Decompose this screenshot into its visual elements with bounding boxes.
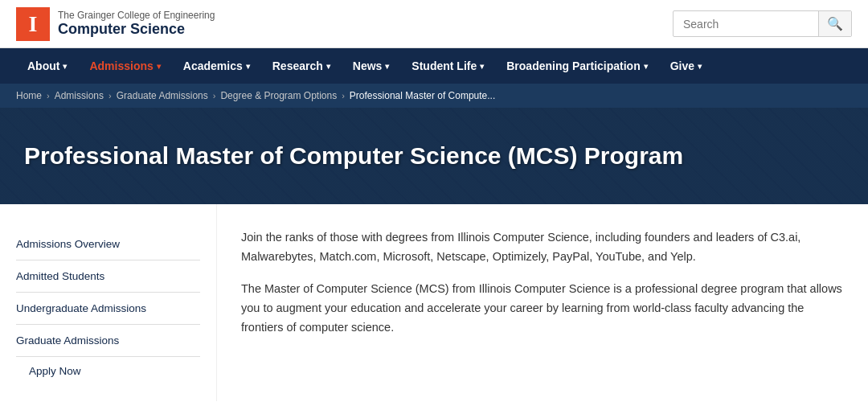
search-bar[interactable]: 🔍 (673, 10, 852, 37)
breadcrumb-graduate-admissions[interactable]: Graduate Admissions (117, 90, 208, 101)
college-name: The Grainger College of Engineering (58, 10, 215, 21)
intro-paragraph: Join the ranks of those with degrees fro… (241, 228, 844, 267)
sidebar-item-admitted-students[interactable]: Admitted Students (16, 260, 200, 293)
nav-item-about[interactable]: About ▾ (16, 48, 78, 84)
search-input[interactable] (674, 13, 818, 35)
logo-section: I The Grainger College of Engineering Co… (16, 7, 215, 41)
chevron-down-icon: ▾ (385, 62, 389, 71)
nav-item-academics[interactable]: Academics ▾ (172, 48, 261, 84)
page-header: I The Grainger College of Engineering Co… (0, 0, 868, 48)
chevron-down-icon: ▾ (63, 62, 67, 71)
breadcrumb-sep: › (108, 91, 112, 100)
nav-item-student-life[interactable]: Student Life ▾ (400, 48, 495, 84)
breadcrumb-current: Professional Master of Compute... (350, 90, 495, 101)
search-button[interactable]: 🔍 (818, 11, 851, 36)
chevron-down-icon: ▾ (246, 62, 250, 71)
page-title: Professional Master of Computer Science … (24, 142, 683, 170)
department-name: Computer Science (58, 21, 215, 39)
chevron-down-icon: ▾ (480, 62, 484, 71)
breadcrumb-admissions[interactable]: Admissions (55, 90, 104, 101)
logo-i-icon: I (16, 7, 50, 41)
chevron-down-icon: ▾ (157, 62, 161, 71)
sidebar: Admissions Overview Admitted Students Un… (0, 204, 217, 401)
description-paragraph: The Master of Computer Science (MCS) fro… (241, 280, 844, 338)
chevron-down-icon: ▾ (326, 62, 330, 71)
hero-section: Professional Master of Computer Science … (0, 108, 868, 204)
breadcrumb-sep: › (213, 91, 216, 100)
chevron-down-icon: ▾ (644, 62, 648, 71)
nav-item-research[interactable]: Research ▾ (261, 48, 342, 84)
breadcrumb-sep: › (47, 91, 50, 100)
sidebar-item-admissions-overview[interactable]: Admissions Overview (16, 228, 200, 260)
breadcrumb-degree-program[interactable]: Degree & Program Options (220, 90, 337, 101)
main-content: Join the ranks of those with degrees fro… (217, 204, 868, 401)
university-logo[interactable]: I The Grainger College of Engineering Co… (16, 7, 215, 41)
chevron-down-icon: ▾ (698, 62, 702, 71)
sidebar-item-undergraduate-admissions[interactable]: Undergraduate Admissions (16, 293, 200, 325)
main-nav: About ▾ Admissions ▾ Academics ▾ Researc… (0, 48, 868, 84)
nav-item-news[interactable]: News ▾ (342, 48, 401, 84)
content-area: Admissions Overview Admitted Students Un… (0, 204, 868, 401)
breadcrumb-home[interactable]: Home (16, 90, 42, 101)
nav-item-admissions[interactable]: Admissions ▾ (78, 48, 171, 84)
breadcrumb-sep: › (342, 91, 345, 100)
nav-item-broadening-participation[interactable]: Broadening Participation ▾ (495, 48, 658, 84)
breadcrumb: Home › Admissions › Graduate Admissions … (0, 84, 868, 108)
nav-item-give[interactable]: Give ▾ (659, 48, 713, 84)
logo-text: The Grainger College of Engineering Comp… (58, 10, 215, 39)
sidebar-item-apply-now[interactable]: Apply Now (16, 357, 200, 385)
sidebar-item-graduate-admissions[interactable]: Graduate Admissions (16, 325, 200, 357)
